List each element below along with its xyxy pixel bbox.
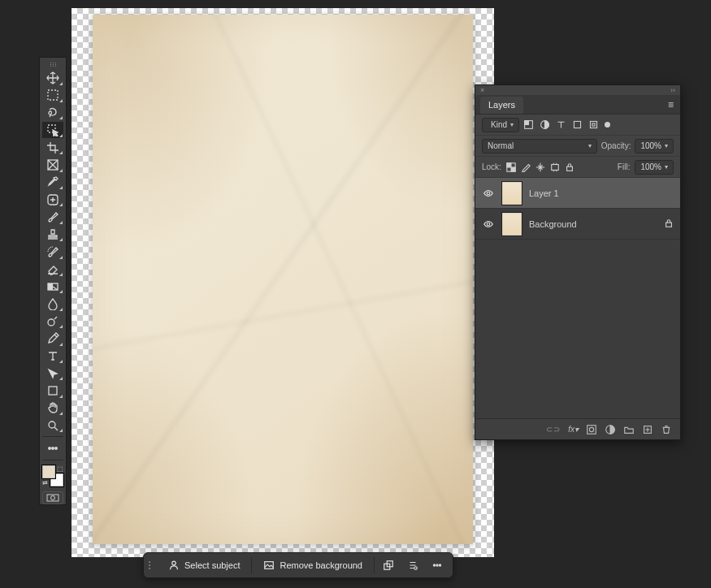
person-icon [168, 560, 180, 571]
svg-rect-5 [48, 283, 53, 290]
blend-mode-select[interactable]: Normal▾ [482, 139, 597, 153]
brush-tool[interactable] [42, 209, 63, 224]
layer-thumbnail[interactable] [501, 181, 522, 205]
taskbar-transform-icon[interactable] [378, 556, 399, 575]
panel-menu-icon[interactable]: ≡ [661, 96, 680, 114]
layer-name[interactable]: Layer 1 [529, 188, 674, 198]
clone-stamp-tool[interactable] [42, 227, 63, 242]
layer-filter-row: Kind ▾ [475, 115, 680, 136]
swap-colors-icon[interactable]: ⇄ [42, 479, 48, 486]
svg-point-6 [48, 319, 54, 326]
layer-thumbnail[interactable] [501, 212, 522, 236]
filter-type-icon[interactable] [556, 119, 566, 130]
svg-point-39 [433, 564, 435, 566]
gradient-tool[interactable] [42, 279, 63, 294]
svg-point-8 [49, 422, 55, 428]
crop-tool[interactable] [42, 140, 63, 155]
layer-row[interactable]: Background [475, 209, 680, 240]
svg-rect-19 [574, 121, 580, 128]
opacity-label: Opacity: [601, 141, 631, 150]
svg-rect-24 [511, 167, 515, 171]
zoom-tool[interactable] [42, 417, 63, 433]
rectangular-marquee-tool[interactable] [42, 88, 63, 103]
color-swatches[interactable]: ⬚⇄ [42, 465, 63, 486]
rectangle-tool[interactable] [42, 383, 63, 398]
hand-tool[interactable] [42, 400, 63, 416]
move-tool[interactable] [42, 70, 63, 85]
lock-transparency-icon[interactable] [506, 162, 516, 172]
filter-toggle[interactable] [605, 122, 610, 128]
layer-name[interactable]: Background [529, 219, 657, 229]
visibility-toggle[interactable] [482, 218, 495, 230]
history-brush-tool[interactable] [42, 244, 63, 259]
fill-label: Fill: [618, 162, 631, 171]
panel-grip[interactable] [45, 63, 61, 67]
delete-layer-icon[interactable] [661, 424, 672, 435]
taskbar-grip[interactable] [149, 561, 155, 569]
tab-layers[interactable]: Layers [480, 97, 523, 114]
panel-collapse-icon[interactable]: ›› [670, 86, 675, 94]
lasso-tool[interactable] [42, 105, 63, 120]
quick-mask-mode[interactable] [42, 491, 63, 504]
eraser-tool[interactable] [42, 262, 63, 277]
svg-rect-0 [48, 90, 58, 100]
layer-filter-kind[interactable]: Kind ▾ [482, 118, 519, 132]
layers-panel-footer: ⊂⊃ fx▾ [475, 418, 680, 439]
lock-fill-row: Lock: Fill: 100%▾ [475, 157, 680, 178]
layer-row[interactable]: Layer 1 [475, 178, 680, 209]
svg-rect-25 [552, 164, 559, 170]
foreground-swatch[interactable] [42, 465, 55, 478]
filter-shape-icon[interactable] [572, 119, 583, 130]
adjustment-layer-icon[interactable] [605, 424, 616, 435]
spot-healing-brush-tool[interactable] [42, 192, 63, 207]
visibility-toggle[interactable] [482, 188, 495, 199]
link-layers-icon[interactable]: ⊂⊃ [546, 425, 561, 434]
svg-point-13 [51, 496, 55, 500]
svg-rect-7 [49, 387, 57, 395]
select-subject-button[interactable]: Select subject [160, 556, 248, 575]
default-colors-icon[interactable]: ⬚ [57, 465, 63, 473]
svg-rect-30 [587, 425, 596, 434]
horizontal-type-tool[interactable] [42, 348, 63, 364]
opacity-input[interactable]: 100%▾ [635, 139, 674, 153]
lock-artboard-icon[interactable] [550, 162, 560, 172]
frame-tool[interactable] [42, 157, 63, 172]
remove-background-button[interactable]: Remove background [255, 556, 371, 575]
fill-input[interactable]: 100%▾ [635, 160, 674, 175]
filter-smartobject-icon[interactable] [588, 119, 599, 130]
svg-point-40 [436, 564, 438, 566]
svg-point-28 [487, 223, 490, 226]
blur-tool[interactable] [42, 296, 63, 311]
svg-point-27 [487, 192, 490, 195]
object-selection-tool[interactable] [42, 122, 63, 137]
image-icon [263, 560, 275, 571]
lock-label: Lock: [482, 162, 501, 171]
lock-pixels-icon[interactable] [521, 162, 531, 172]
blend-opacity-row: Normal▾ Opacity: 100%▾ [475, 136, 680, 157]
canvas-area[interactable] [72, 8, 494, 557]
path-selection-tool[interactable] [42, 365, 63, 381]
layer-mask-icon[interactable] [586, 424, 597, 435]
lock-all-icon[interactable] [565, 162, 574, 172]
dodge-tool[interactable] [42, 313, 63, 329]
group-icon[interactable] [623, 424, 635, 435]
svg-point-38 [414, 567, 418, 570]
filter-adjustment-icon[interactable] [540, 119, 550, 130]
panel-close-icon[interactable]: × [480, 86, 484, 94]
new-layer-icon[interactable] [642, 424, 653, 435]
svg-point-31 [589, 427, 593, 431]
filter-pixel-icon[interactable] [523, 119, 534, 130]
edit-toolbar-icon[interactable] [42, 440, 63, 456]
taskbar-properties-icon[interactable] [402, 556, 423, 575]
svg-rect-26 [566, 166, 572, 171]
eyedropper-tool[interactable] [42, 175, 63, 190]
lock-position-icon[interactable] [535, 162, 545, 172]
layers-list: Layer 1Background [475, 178, 680, 418]
lock-icon[interactable] [664, 218, 674, 230]
svg-rect-23 [507, 162, 511, 166]
fx-icon[interactable]: fx▾ [568, 425, 579, 434]
pen-tool[interactable] [42, 331, 63, 346]
contextual-task-bar[interactable]: Select subject Remove background [143, 552, 453, 578]
taskbar-more-icon[interactable] [427, 556, 448, 575]
document-paper-texture [93, 15, 473, 544]
